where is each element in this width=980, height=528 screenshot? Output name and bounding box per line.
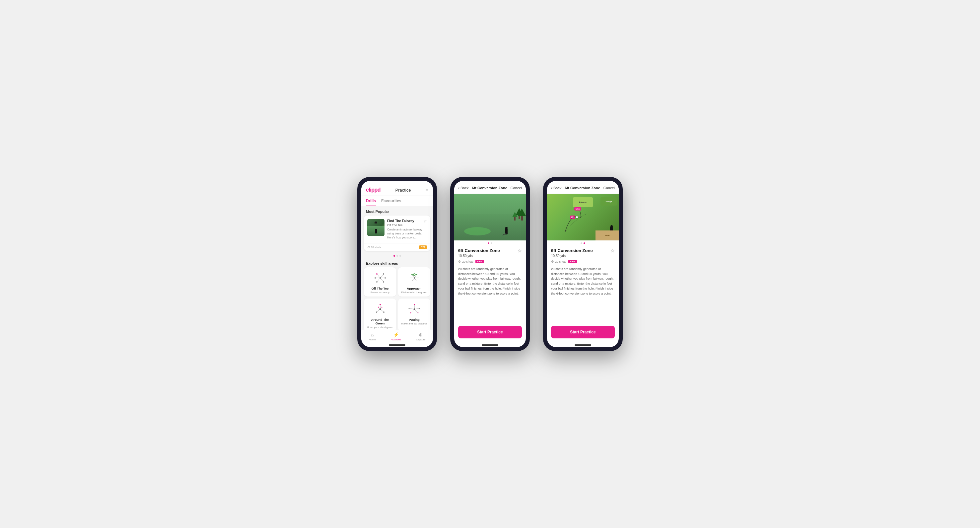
detail-screen-title: 6ft Conversion Zone xyxy=(472,186,507,190)
tree-right-3 xyxy=(518,209,526,220)
skill-card-atg[interactable]: Around The Green Hone your short game xyxy=(364,298,396,330)
dot-1[interactable] xyxy=(393,255,395,257)
back-button-3[interactable]: ‹ Back xyxy=(551,186,561,190)
phone-2: ‹ Back 6ft Conversion Zone Cancel xyxy=(450,177,530,351)
shots-count: 10 shots xyxy=(371,246,381,249)
nav-activities[interactable]: ⚡ Activities xyxy=(391,332,401,341)
skill-desc-approach: Dial-in to hit the green xyxy=(401,291,427,294)
svg-point-30 xyxy=(378,306,379,308)
atg-icon xyxy=(372,302,388,316)
skill-desc-atg: Hone your short game xyxy=(367,326,393,329)
skill-name-putting: Putting xyxy=(409,318,420,321)
skill-card-off-the-tee[interactable]: Off The Tee Power accuracy xyxy=(364,267,396,297)
back-chevron-icon-3: ‹ xyxy=(551,186,552,190)
svg-point-41 xyxy=(408,308,409,309)
tab-bar: Drills Favourites xyxy=(361,196,433,206)
skills-grid: Off The Tee Power accuracy xyxy=(361,267,433,330)
nav-home[interactable]: ⌂ Home xyxy=(369,332,375,341)
drill-title-row-3: 6ft Conversion Zone ☆ xyxy=(551,248,615,254)
start-practice-button-3[interactable]: Start Practice xyxy=(551,326,615,338)
svg-point-27 xyxy=(380,304,381,305)
app-header: clippd Practice ≡ xyxy=(361,181,433,196)
cancel-button-3[interactable]: Cancel xyxy=(603,186,615,190)
skill-card-approach[interactable]: Approach Dial-in to hit the green xyxy=(398,267,430,297)
tab-favourites[interactable]: Favourites xyxy=(381,196,401,206)
image-dot-2[interactable] xyxy=(491,242,492,244)
card-body: Find The Fairway Off The Tee ☆ Create an… xyxy=(387,219,427,240)
detail-header-3: ‹ Back 6ft Conversion Zone Cancel xyxy=(547,181,619,194)
sand-zone: Sand xyxy=(595,230,619,241)
favourite-star-icon[interactable]: ☆ xyxy=(517,248,522,254)
svg-point-38 xyxy=(414,304,415,305)
phone-1: clippd Practice ≡ Drills Favourites Most… xyxy=(357,177,437,351)
drill-title-3: 6ft Conversion Zone xyxy=(551,248,593,253)
skill-desc-ott: Power accuracy xyxy=(371,291,390,294)
skill-card-putting[interactable]: Putting Make and lag practice xyxy=(398,298,430,330)
home-bar-3 xyxy=(574,345,591,346)
favourite-star-icon-3[interactable]: ☆ xyxy=(611,248,615,254)
card-drill-subtitle: Off The Tee xyxy=(387,223,414,227)
image-carousel-dots xyxy=(454,241,526,244)
menu-icon[interactable]: ≡ xyxy=(426,187,428,193)
back-label-3: Back xyxy=(554,186,561,190)
drill-range: 10-50 yds xyxy=(458,254,522,258)
phone-notch xyxy=(480,177,500,179)
dot-3[interactable] xyxy=(399,255,401,257)
svg-point-10 xyxy=(385,277,386,279)
drill-body-3: 6ft Conversion Zone ☆ 10-50 yds ⏱ 20 sho… xyxy=(547,244,619,300)
drill-meta-3: ⏱ 20 shots ARG xyxy=(551,260,615,263)
svg-line-2 xyxy=(380,274,383,278)
skill-desc-putting: Make and lag practice xyxy=(401,322,427,325)
home-bar xyxy=(389,345,406,346)
svg-point-20 xyxy=(414,274,415,276)
svg-line-1 xyxy=(377,274,380,278)
nav-capture[interactable]: ⊕ Capture xyxy=(416,332,425,341)
drill-tag: OTT xyxy=(419,246,427,249)
home-bar xyxy=(482,345,498,346)
image-dot-3-2[interactable] xyxy=(584,242,585,244)
detail-main-content: 6ft Conversion Zone ☆ 10-50 yds ⏱ 20 sho… xyxy=(454,194,526,326)
svg-line-18 xyxy=(412,278,414,281)
svg-line-34 xyxy=(411,309,414,313)
svg-point-31 xyxy=(381,306,382,308)
svg-line-25 xyxy=(377,309,380,312)
image-dot-1[interactable] xyxy=(488,242,489,244)
svg-point-43 xyxy=(576,216,578,218)
image-carousel-dots-3 xyxy=(547,241,619,244)
image-dot-3-1[interactable] xyxy=(581,242,582,244)
app-logo: clippd xyxy=(366,187,380,193)
svg-line-35 xyxy=(414,309,418,313)
favourite-icon[interactable]: ☆ xyxy=(423,219,427,223)
tab-drills[interactable]: Drills xyxy=(366,196,376,206)
cancel-button[interactable]: Cancel xyxy=(511,186,522,190)
card-footer: ⏱ 10 shots OTT xyxy=(364,243,430,251)
nav-capture-label: Capture xyxy=(416,338,425,341)
svg-point-29 xyxy=(383,311,385,313)
green-patch xyxy=(464,227,491,235)
detail-header: ‹ Back 6ft Conversion Zone Cancel xyxy=(454,181,526,194)
clock-icon-3: ⏱ xyxy=(551,260,554,263)
phone-3: ‹ Back 6ft Conversion Zone Cancel Fairwa… xyxy=(543,177,623,351)
svg-point-7 xyxy=(376,273,377,274)
start-practice-button[interactable]: Start Practice xyxy=(458,326,522,338)
drill-description: 20 shots are randomly generated at dista… xyxy=(458,266,522,296)
phone-notch xyxy=(387,177,407,179)
featured-drill-card[interactable]: Find The Fairway Off The Tee ☆ Create an… xyxy=(364,215,430,251)
drill-shots: ⏱ 20 shots xyxy=(458,260,473,263)
detail-main-content-3: Fairway Rough Miss Hit xyxy=(547,194,619,326)
off-the-tee-icon xyxy=(372,271,388,285)
dot-2[interactable] xyxy=(396,255,398,257)
drill-description-3: 20 shots are randomly generated at dista… xyxy=(551,266,615,296)
svg-point-42 xyxy=(419,308,420,309)
drill-title-row: 6ft Conversion Zone ☆ xyxy=(458,248,522,254)
drill-range-3: 10-50 yds xyxy=(551,254,615,258)
capture-icon: ⊕ xyxy=(419,332,423,337)
clock-icon: ⏱ xyxy=(367,246,370,249)
page-title: Practice xyxy=(395,188,411,193)
svg-point-22 xyxy=(416,274,417,275)
svg-point-11 xyxy=(376,281,377,282)
activities-icon: ⚡ xyxy=(393,332,399,337)
back-button[interactable]: ‹ Back xyxy=(458,186,468,190)
home-icon: ⌂ xyxy=(371,332,374,337)
carousel-dots xyxy=(361,254,433,258)
